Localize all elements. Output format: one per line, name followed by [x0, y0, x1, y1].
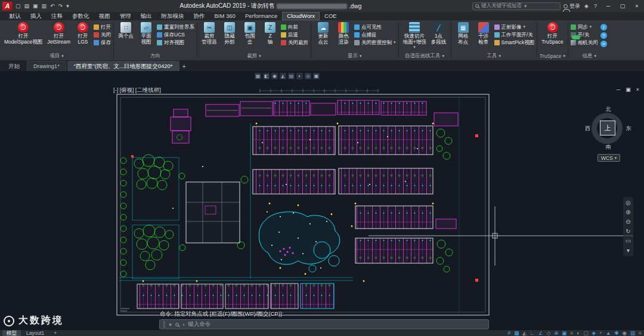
file-tab-start[interactable]: 开始: [2, 61, 26, 71]
workspace-switching-icon[interactable]: ✱: [614, 330, 618, 336]
panel-label-truspace[interactable]: TruSpace ▾: [537, 52, 568, 60]
viewcube-west[interactable]: 西: [585, 125, 590, 132]
undo-icon[interactable]: ↶: [50, 3, 55, 9]
search-flyout-icon[interactable]: ▾: [524, 3, 527, 9]
new-layout-button[interactable]: +: [49, 330, 61, 336]
update-pointcloud-button[interactable]: ☁ 更新 点云: [314, 21, 333, 45]
command-close-icon[interactable]: ×: [169, 322, 172, 328]
tab-default[interactable]: 默认: [5, 12, 26, 20]
panel-label-orientation[interactable]: 方向: [114, 52, 197, 60]
open-jetstream-button[interactable]: 打开 JetStream: [45, 21, 72, 45]
panel-label-display[interactable]: 显示 ▾: [311, 52, 398, 60]
viewcube-top-face[interactable]: 上: [600, 121, 615, 135]
canvas-toolbar-icon-8[interactable]: ▣: [313, 73, 320, 79]
dynamic-ucs-icon[interactable]: ◈: [592, 330, 596, 336]
canvas-toolbar-icon-3[interactable]: ◉: [271, 73, 278, 79]
hardware-acceleration-icon[interactable]: ▤: [630, 330, 635, 336]
lineweight-icon[interactable]: ≡: [570, 330, 573, 336]
on-off-toggle-button[interactable]: 开/关: [571, 32, 598, 38]
pan-icon[interactable]: ⊕: [626, 209, 630, 215]
help-icon[interactable]: ?: [593, 3, 598, 9]
tab-cloudworx[interactable]: CloudWorx: [282, 12, 320, 20]
grid-icon[interactable]: #: [507, 330, 510, 336]
dynamic-input-icon[interactable]: +: [599, 330, 602, 336]
open-icon[interactable]: ▤: [24, 3, 30, 9]
command-line[interactable]: × › 键入命令: [159, 319, 489, 329]
visual-style-control[interactable]: [二维线框]: [135, 87, 161, 94]
object-snap-tracking-icon[interactable]: ⊕: [554, 330, 558, 336]
model-tab[interactable]: 模型: [2, 330, 21, 336]
clip-back-button[interactable]: 后退: [281, 32, 308, 38]
project-close-button[interactable]: 关闭: [94, 32, 111, 38]
command-search-icon[interactable]: [175, 323, 179, 326]
layout1-tab[interactable]: Layout1: [22, 330, 48, 336]
new-icon[interactable]: ▢: [16, 3, 21, 9]
smartpick-view-button[interactable]: SmartPick视图: [494, 39, 535, 45]
canvas-toolbar-icon-5[interactable]: ▤: [288, 73, 295, 79]
z-axis-button[interactable]: Z Z 轴: [261, 21, 280, 45]
doc-minimize-button[interactable]: ─: [617, 87, 620, 93]
close-button[interactable]: ×: [630, 0, 644, 12]
panel-label-project[interactable]: 项目 ▾: [0, 52, 113, 60]
minimize-button[interactable]: ─: [601, 0, 615, 12]
clash-check-button[interactable]: 干涉 检查: [474, 21, 493, 45]
canvas-toolbar-icon-7[interactable]: ◎: [305, 73, 311, 79]
steering-wheel-icon[interactable]: ◎: [626, 199, 631, 206]
point-visibility-button[interactable]: 点可见性: [354, 24, 396, 30]
hide-outside-button[interactable]: ◫ 隐藏 外部: [220, 21, 239, 45]
app-store-icon[interactable]: ◈: [583, 3, 590, 9]
point-snap-button[interactable]: 点捕捉: [354, 32, 396, 38]
tab-bim360[interactable]: BIM 360: [210, 12, 240, 20]
camera-off-button[interactable]: 相机关闭: [571, 39, 598, 45]
workplane-toggle-button[interactable]: 工作平面开/关: [494, 32, 535, 38]
density-control-button[interactable]: 关闭密度控制 ▾: [354, 39, 396, 45]
polar-tracking-icon[interactable]: ∠: [538, 330, 543, 336]
one-point-polyline-button[interactable]: ╱ 1点 多段线: [429, 21, 448, 45]
annotation-scale-icon[interactable]: ▲: [606, 330, 611, 336]
align-view-button[interactable]: 对齐视图: [157, 39, 194, 45]
qat-flyout-icon[interactable]: ▾: [66, 3, 69, 9]
tab-manage[interactable]: 管理: [115, 12, 136, 20]
tab-insert[interactable]: 插入: [26, 12, 47, 20]
open-lgs-button[interactable]: 打开 LGS: [73, 21, 92, 45]
ortho-mode-icon[interactable]: ∟: [530, 330, 535, 336]
grid-points-button[interactable]: ▦ 网格 布点: [454, 21, 473, 45]
clip-manager-button[interactable]: ✂ 裁剪 管理器: [200, 21, 219, 45]
viewcube-east[interactable]: 东: [626, 125, 631, 132]
clip-forward-button[interactable]: 向前: [281, 24, 308, 30]
selection-cycling-icon[interactable]: ▢: [583, 330, 588, 336]
redo-icon[interactable]: ↷: [58, 3, 63, 9]
sync-button[interactable]: 同步 ▾: [571, 24, 598, 30]
restore-button[interactable]: ▢: [615, 0, 630, 12]
viewport-menu-control[interactable]: [-]: [113, 87, 118, 94]
sign-in-button[interactable]: 登录: [564, 2, 580, 10]
open-truspace-button[interactable]: 打开 TruSpace: [540, 21, 565, 45]
customization-icon[interactable]: ≡: [639, 330, 642, 336]
plan-view-button[interactable]: ▱ 平面 视图: [137, 21, 156, 45]
object-snap-icon[interactable]: ▣: [562, 330, 566, 336]
ortho-image-button[interactable]: 正射影像 ▾: [494, 24, 535, 30]
project-open-button[interactable]: 打开: [94, 24, 111, 30]
tab-view[interactable]: 视图: [94, 12, 115, 20]
save-ucs-button[interactable]: 保存UCS: [157, 32, 194, 38]
file-tab-active-drawing[interactable]: “西府里”(民宿、文...日地形图提交0420*: [67, 61, 179, 71]
command-grip-handle[interactable]: [163, 321, 165, 328]
open-modelspace-view-button[interactable]: 打开 ModelSpace视图: [2, 21, 44, 45]
command-input[interactable]: 键入命令: [188, 320, 210, 328]
tab-collaborate[interactable]: 协作: [189, 12, 210, 20]
color-render-button[interactable]: 颜色 渲染: [334, 21, 353, 45]
tab-coe[interactable]: COE: [320, 12, 342, 20]
view-control[interactable]: [俯视]: [119, 87, 134, 94]
clip-off-button[interactable]: 关闭裁剪: [281, 39, 308, 45]
zoom-icon[interactable]: ⊖: [626, 218, 630, 225]
viewcube-south[interactable]: 南: [587, 143, 629, 151]
isometric-drafting-icon[interactable]: ◇: [547, 330, 551, 336]
bounding-box-button[interactable]: ▣ 包围 盒: [240, 21, 259, 45]
panel-label-tools[interactable]: 工具 ▾: [451, 52, 537, 60]
autocad-logo-icon[interactable]: A: [2, 2, 13, 11]
tab-annotate[interactable]: 注释: [47, 12, 67, 20]
transparency-icon[interactable]: ◐: [577, 330, 580, 336]
canvas-toolbar-icon-6[interactable]: ◐: [296, 73, 303, 79]
canvas-toolbar-icon-1[interactable]: ▦: [255, 73, 261, 79]
viewcube-north[interactable]: 北: [587, 106, 629, 113]
